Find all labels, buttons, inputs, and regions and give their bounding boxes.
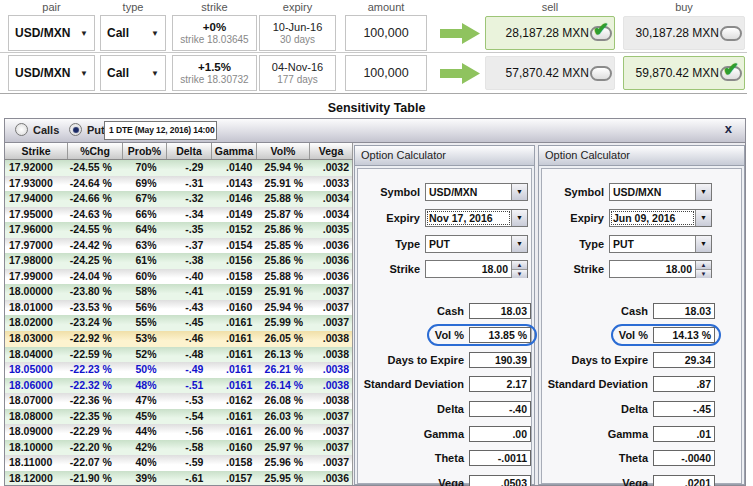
table-row[interactable]: 17.98000-24.25 %61%-.38.015625.86 %.0036 [5, 253, 352, 269]
table-row[interactable]: 18.09000-22.29 %44%-.56.016126.00 %.0037 [5, 424, 352, 440]
sensitivity-table-title: Sensitivity Table [0, 101, 753, 115]
table-row[interactable]: 18.04000-22.59 %52%-.48.016126.13 %.0038 [5, 347, 352, 363]
spin-up-icon[interactable]: ▲ [512, 261, 527, 270]
output-field[interactable]: 29.34 [653, 352, 715, 368]
table-row[interactable]: 17.95000-24.63 %66%-.34.014925.87 %.0034 [5, 207, 352, 223]
output-field[interactable]: 14.13 % [653, 327, 715, 343]
table-row[interactable]: 18.01000-23.53 %56%-.43.016025.94 %.0037 [5, 300, 352, 316]
output-label: Days to Expire [357, 354, 469, 366]
table-cell: 69% [123, 176, 167, 192]
table-row[interactable]: 17.94000-24.66 %67%-.32.014625.88 %.0034 [5, 191, 352, 207]
chevron-down-icon[interactable]: ▼ [695, 236, 711, 252]
spinner-arrows[interactable]: ▲▼ [695, 261, 711, 277]
col-label-amount: amount [345, 1, 427, 13]
table-row[interactable]: 17.92000-24.55 %70%-.29.014025.94 %.0032 [5, 160, 352, 176]
chevron-down-icon[interactable]: ▼ [695, 210, 711, 226]
table-cell: 17.96000 [5, 222, 68, 238]
sell-price-button[interactable]: 28,187.28 MXN [485, 16, 615, 50]
strike-box[interactable]: +1.5% strike 18.30732 [172, 55, 257, 91]
spin-down-icon[interactable]: ▼ [512, 270, 527, 278]
spin-up-icon[interactable]: ▲ [696, 261, 711, 270]
strike-spinner[interactable]: 18.00 ▲▼ [609, 260, 712, 278]
amount-field[interactable]: 100,000 [345, 55, 427, 91]
output-field[interactable]: 190.39 [469, 352, 531, 368]
header-prob[interactable]: Prob% [123, 143, 167, 159]
output-field[interactable]: 2.17 [469, 376, 531, 392]
table-cell: -.29 [167, 160, 212, 176]
chevron-down-icon[interactable]: ▼ [511, 184, 527, 200]
radio-calls-dot[interactable] [15, 123, 28, 136]
expiry-box[interactable]: 10-Jun-16 30 days [259, 15, 336, 51]
spinner-arrows[interactable]: ▲▼ [511, 261, 527, 277]
table-row[interactable]: 17.96000-24.55 %64%-.35.015225.86 %.0035 [5, 222, 352, 238]
buy-checkbox[interactable] [720, 26, 742, 41]
output-field[interactable]: -.40 [469, 401, 531, 417]
output-field[interactable]: -.45 [653, 401, 715, 417]
close-icon[interactable]: x [725, 121, 732, 136]
table-cell: -24.55 % [68, 222, 123, 238]
symbol-select[interactable]: USD/MXN ▼ [425, 183, 528, 201]
output-field[interactable]: 18.03 [469, 303, 531, 319]
chevron-down-icon[interactable]: ▼ [511, 210, 527, 226]
header-delta[interactable]: Delta [167, 143, 212, 159]
strike-box[interactable]: +0% strike 18.03645 [172, 15, 257, 51]
symbol-select[interactable]: USD/MXN ▼ [609, 183, 712, 201]
strike-spinner[interactable]: 18.00 ▲▼ [425, 260, 528, 278]
output-field[interactable]: .87 [653, 376, 715, 392]
buy-price-button[interactable]: 30,187.28 MXN [623, 16, 745, 50]
output-field[interactable]: 13.85 % [469, 327, 531, 343]
amount-field[interactable]: 100,000 [345, 15, 427, 51]
table-row[interactable]: 18.08000-22.35 %45%-.54.016126.03 %.0037 [5, 409, 352, 425]
header-strike[interactable]: Strike [5, 143, 68, 159]
chevron-down-icon[interactable]: ▼ [511, 236, 527, 252]
sell-checkbox[interactable] [590, 66, 612, 81]
output-field[interactable]: -.0011 [469, 450, 531, 466]
table-row[interactable]: 18.07000-22.36 %47%-.53.016226.08 %.0038 [5, 393, 352, 409]
expiry-select[interactable]: Jun 09, 2016 ▼ [609, 209, 712, 227]
table-cell: -.61 [167, 471, 212, 485]
radio-calls[interactable]: Calls [15, 123, 59, 136]
table-row[interactable]: 17.99000-24.04 %60%-.40.015825.88 %.0036 [5, 269, 352, 285]
sell-price-button[interactable]: 57,870.42 MXN [485, 56, 615, 90]
table-row[interactable]: 18.11000-22.07 %40%-.59.015825.96 %.0037 [5, 455, 352, 471]
output-field[interactable]: .00 [469, 426, 531, 442]
expiry-select[interactable]: Nov 17, 2016 ▼ [425, 209, 528, 227]
table-row[interactable]: 18.03000-22.92 %53%-.46.016126.05 %.0038 [5, 331, 352, 347]
header-vol[interactable]: Vol% [257, 143, 310, 159]
header-chg[interactable]: %Chg [68, 143, 123, 159]
type-select[interactable]: Call ▼ [100, 15, 166, 51]
expiry-box[interactable]: 04-Nov-16 177 days [259, 55, 336, 91]
header-gamma[interactable]: Gamma [212, 143, 257, 159]
type-select[interactable]: PUT ▼ [609, 235, 712, 253]
output-label: Theta [541, 452, 653, 464]
output-field[interactable]: -.0040 [653, 450, 715, 466]
calc-output-row: Vol %14.13 % [541, 327, 715, 344]
dte-select-field[interactable]: 1 DTE (May 12, 2016) 14:00 GMT [104, 121, 217, 140]
table-row[interactable]: 18.00000-23.80 %58%-.41.015925.91 %.0037 [5, 284, 352, 300]
sell-checkbox[interactable] [590, 26, 612, 41]
table-cell: 26.05 % [256, 331, 309, 347]
table-row[interactable]: 17.97000-24.42 %63%-.37.015425.85 %.0036 [5, 238, 352, 254]
type-select[interactable]: Call ▼ [100, 55, 166, 91]
table-row[interactable]: 18.02000-23.24 %55%-.45.016125.99 %.0037 [5, 315, 352, 331]
type-select[interactable]: PUT ▼ [425, 235, 528, 253]
header-vega[interactable]: Vega [310, 143, 353, 159]
chevron-down-icon[interactable]: ▼ [695, 184, 711, 200]
table-cell: -22.23 % [68, 362, 123, 378]
table-row[interactable]: 18.12000-21.90 %39%-.61.015725.95 %.0036 [5, 471, 352, 485]
output-field[interactable]: .0201 [653, 475, 715, 486]
table-row[interactable]: 18.05000-22.23 %50%-.49.016126.21 %.0038 [5, 362, 352, 378]
output-field[interactable]: .0503 [469, 475, 531, 486]
output-field[interactable]: .01 [653, 426, 715, 442]
strike-row: Strike 18.00 ▲▼ [359, 260, 528, 278]
table-row[interactable]: 18.06000-22.32 %48%-.51.016126.14 %.0038 [5, 378, 352, 394]
buy-price-button[interactable]: 59,870.42 MXN [623, 56, 745, 90]
pair-select[interactable]: USD/MXN ▼ [8, 15, 95, 51]
radio-puts-dot[interactable] [69, 123, 82, 136]
buy-checkbox[interactable] [720, 66, 742, 81]
pair-select[interactable]: USD/MXN ▼ [8, 55, 95, 91]
table-row[interactable]: 17.93000-24.64 %69%-.31.014325.91 %.0033 [5, 176, 352, 192]
spin-down-icon[interactable]: ▼ [696, 270, 711, 278]
table-row[interactable]: 18.10000-22.20 %42%-.58.016025.97 %.0037 [5, 440, 352, 456]
output-field[interactable]: 18.03 [653, 303, 715, 319]
